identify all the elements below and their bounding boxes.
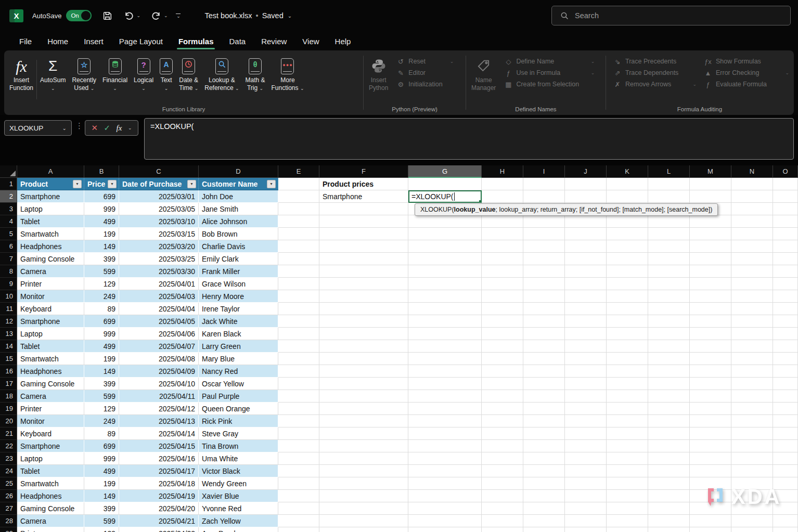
cell-A5[interactable]: Smartwatch bbox=[17, 228, 84, 240]
cell-F12[interactable] bbox=[319, 315, 408, 328]
document-title[interactable]: Test book.xlsx • Saved ⌄ bbox=[204, 11, 292, 20]
cell-O16[interactable] bbox=[773, 365, 798, 378]
cell-B14[interactable]: 499 bbox=[84, 340, 119, 353]
cell-A8[interactable]: Camera bbox=[17, 265, 84, 278]
cell-A29[interactable]: Printer bbox=[17, 527, 84, 532]
cell-A23[interactable]: Laptop bbox=[17, 452, 84, 465]
cell-E14[interactable] bbox=[278, 340, 319, 353]
row-header-17[interactable]: 17 bbox=[0, 378, 17, 390]
cell-G6[interactable] bbox=[408, 240, 482, 253]
cell-K4[interactable] bbox=[607, 215, 648, 228]
cell-F21[interactable] bbox=[319, 427, 408, 440]
cell-A28[interactable]: Camera bbox=[17, 515, 84, 527]
cell-N23[interactable] bbox=[731, 452, 773, 465]
name-box[interactable]: XLOOKUP ⌄ bbox=[4, 120, 72, 136]
cell-F23[interactable] bbox=[319, 452, 408, 465]
cell-D10[interactable]: Henry Moore bbox=[199, 290, 278, 303]
cell-A17[interactable]: Gaming Console bbox=[17, 378, 84, 390]
cell-B19[interactable]: 129 bbox=[84, 403, 119, 415]
cell-E17[interactable] bbox=[278, 378, 319, 390]
cell-N6[interactable] bbox=[731, 240, 773, 253]
row-header-9[interactable]: 9 bbox=[0, 278, 17, 290]
cell-E15[interactable] bbox=[278, 353, 319, 365]
cell-M10[interactable] bbox=[690, 290, 731, 303]
search-input[interactable] bbox=[575, 11, 773, 20]
cell-D28[interactable]: Zach Yellow bbox=[199, 515, 278, 527]
column-header-C[interactable]: C bbox=[119, 165, 199, 178]
row-header-21[interactable]: 21 bbox=[0, 427, 17, 440]
cell-I27[interactable] bbox=[523, 502, 565, 515]
cell-F20[interactable] bbox=[319, 415, 408, 427]
cell-J28[interactable] bbox=[565, 515, 607, 527]
cell-C12[interactable]: 2025/04/05 bbox=[119, 315, 199, 328]
cell-M21[interactable] bbox=[690, 427, 731, 440]
cell-J18[interactable] bbox=[565, 390, 607, 403]
cell-L16[interactable] bbox=[648, 365, 690, 378]
cell-G19[interactable] bbox=[408, 403, 482, 415]
cell-M16[interactable] bbox=[690, 365, 731, 378]
cell-B5[interactable]: 199 bbox=[84, 228, 119, 240]
autosum-button[interactable]: ΣAutoSum⌄ bbox=[37, 55, 69, 105]
cell-O8[interactable] bbox=[773, 265, 798, 278]
row-header-10[interactable]: 10 bbox=[0, 290, 17, 303]
cell-E23[interactable] bbox=[278, 452, 319, 465]
column-header-H[interactable]: H bbox=[482, 165, 523, 178]
row-header-11[interactable]: 11 bbox=[0, 303, 17, 315]
cell-A9[interactable]: Printer bbox=[17, 278, 84, 290]
row-header-22[interactable]: 22 bbox=[0, 440, 17, 452]
cell-F15[interactable] bbox=[319, 353, 408, 365]
cell-N8[interactable] bbox=[731, 265, 773, 278]
cell-K9[interactable] bbox=[607, 278, 648, 290]
cell-D25[interactable]: Wendy Green bbox=[199, 477, 278, 490]
cell-A22[interactable]: Smartphone bbox=[17, 440, 84, 452]
tab-review[interactable]: Review bbox=[253, 33, 294, 50]
cell-D26[interactable]: Xavier Blue bbox=[199, 490, 278, 502]
cell-F4[interactable] bbox=[319, 215, 408, 228]
cell-J10[interactable] bbox=[565, 290, 607, 303]
filter-button-B[interactable]: ▼ bbox=[108, 180, 117, 188]
math-trig-button[interactable]: θMath &Trig ⌄ bbox=[242, 55, 268, 105]
cell-C19[interactable]: 2025/04/12 bbox=[119, 403, 199, 415]
cell-G16[interactable] bbox=[408, 365, 482, 378]
cell-I8[interactable] bbox=[523, 265, 565, 278]
cell-N2[interactable] bbox=[731, 190, 773, 203]
cell-A19[interactable]: Printer bbox=[17, 403, 84, 415]
cell-H26[interactable] bbox=[482, 490, 523, 502]
cell-K15[interactable] bbox=[607, 353, 648, 365]
cell-L26[interactable] bbox=[648, 490, 690, 502]
cell-B3[interactable]: 999 bbox=[84, 203, 119, 215]
cell-K21[interactable] bbox=[607, 427, 648, 440]
cell-I19[interactable] bbox=[523, 403, 565, 415]
cell-L17[interactable] bbox=[648, 378, 690, 390]
cell-B20[interactable]: 249 bbox=[84, 415, 119, 427]
cell-C22[interactable]: 2025/04/15 bbox=[119, 440, 199, 452]
cell-N9[interactable] bbox=[731, 278, 773, 290]
cell-O17[interactable] bbox=[773, 378, 798, 390]
cell-L12[interactable] bbox=[648, 315, 690, 328]
cell-A13[interactable]: Laptop bbox=[17, 328, 84, 340]
cell-J29[interactable] bbox=[565, 527, 607, 532]
cell-L5[interactable] bbox=[648, 228, 690, 240]
cell-O22[interactable] bbox=[773, 440, 798, 452]
cell-J23[interactable] bbox=[565, 452, 607, 465]
cell-E6[interactable] bbox=[278, 240, 319, 253]
cell-F11[interactable] bbox=[319, 303, 408, 315]
cell-C13[interactable]: 2025/04/06 bbox=[119, 328, 199, 340]
cell-O15[interactable] bbox=[773, 353, 798, 365]
cell-D5[interactable]: Bob Brown bbox=[199, 228, 278, 240]
cell-L7[interactable] bbox=[648, 253, 690, 265]
cell-L13[interactable] bbox=[648, 328, 690, 340]
cell-N11[interactable] bbox=[731, 303, 773, 315]
cell-I11[interactable] bbox=[523, 303, 565, 315]
cell-I25[interactable] bbox=[523, 477, 565, 490]
cell-F18[interactable] bbox=[319, 390, 408, 403]
cell-H1[interactable] bbox=[482, 178, 523, 190]
cell-C25[interactable]: 2025/04/18 bbox=[119, 477, 199, 490]
cell-B29[interactable]: 129 bbox=[84, 527, 119, 532]
cell-N20[interactable] bbox=[731, 415, 773, 427]
cell-O7[interactable] bbox=[773, 253, 798, 265]
row-header-19[interactable]: 19 bbox=[0, 403, 17, 415]
cell-A10[interactable]: Monitor bbox=[17, 290, 84, 303]
cell-H2[interactable] bbox=[482, 190, 523, 203]
cell-L21[interactable] bbox=[648, 427, 690, 440]
